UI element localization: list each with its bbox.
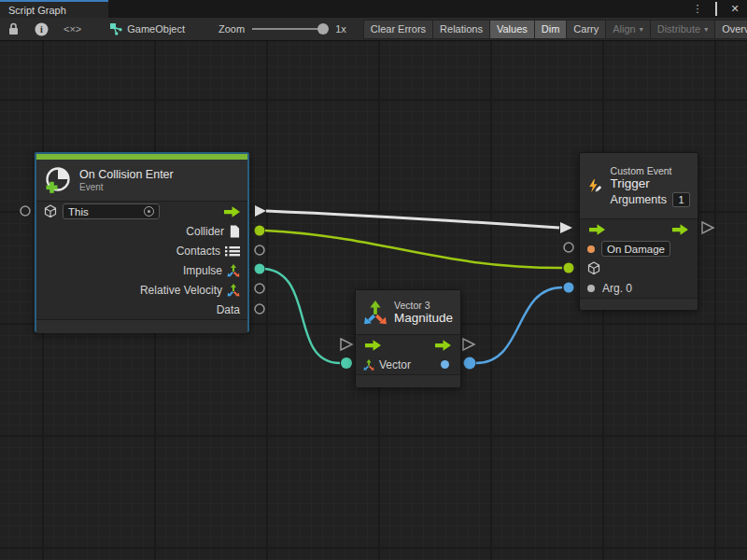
overview-button[interactable]: Overv bbox=[714, 20, 747, 39]
row-event-name: On Damage bbox=[580, 239, 698, 259]
code-icon: <×> bbox=[63, 23, 81, 35]
event-name-field[interactable]: On Damage bbox=[601, 241, 670, 257]
row-arg0: Arg. 0 bbox=[580, 278, 698, 298]
node-type-label: Vector 3 bbox=[394, 300, 453, 311]
wire-magnitude-arg0[interactable] bbox=[476, 287, 562, 363]
row-this: This bbox=[36, 202, 247, 221]
row-vector: Vector bbox=[356, 355, 460, 374]
node-subtitle: Event bbox=[79, 182, 174, 192]
vector3-icon bbox=[363, 301, 388, 325]
row-target bbox=[580, 259, 698, 278]
collider-label: Collider bbox=[186, 225, 224, 238]
arguments-count-value: 1 bbox=[678, 194, 684, 205]
relations-label: Relations bbox=[440, 23, 483, 35]
zoom-label: Zoom bbox=[218, 23, 245, 35]
node-title: On Collision Enter bbox=[79, 168, 174, 181]
maximize-box bbox=[715, 2, 717, 16]
node-footer bbox=[36, 320, 247, 333]
wire-impulse-vector[interactable] bbox=[265, 269, 340, 363]
port-flow-in-trigger[interactable] bbox=[560, 222, 572, 233]
contacts-label: Contacts bbox=[176, 245, 220, 258]
port-target-input[interactable] bbox=[564, 263, 574, 273]
graph-owner[interactable]: GameObject bbox=[109, 22, 185, 35]
tab-script-graph[interactable]: Script Graph bbox=[0, 0, 108, 18]
distribute-button: Distribute▾ bbox=[650, 20, 714, 39]
dim-button[interactable]: Dim bbox=[534, 20, 567, 39]
port-flow-out-collision[interactable] bbox=[255, 205, 266, 217]
code-view-button[interactable]: <×> bbox=[56, 18, 89, 41]
distribute-label: Distribute bbox=[657, 23, 700, 35]
row-contacts: Contacts bbox=[36, 241, 247, 260]
script-graph-icon bbox=[109, 22, 122, 35]
align-button: Align▾ bbox=[605, 20, 649, 39]
float-output-dot[interactable] bbox=[441, 360, 449, 369]
node-on-collision-enter[interactable]: On Collision Enter Event This Collider bbox=[35, 152, 249, 332]
maximize-icon[interactable] bbox=[710, 4, 723, 15]
port-flow-out-trigger[interactable] bbox=[702, 222, 713, 233]
zoom-slider[interactable] bbox=[252, 28, 327, 30]
close-icon[interactable]: ✕ bbox=[728, 3, 741, 15]
port-vector-input[interactable] bbox=[341, 357, 352, 369]
clear-errors-label: Clear Errors bbox=[371, 23, 426, 35]
node-header[interactable]: On Collision Enter Event bbox=[36, 160, 247, 201]
row-data: Data bbox=[36, 300, 247, 319]
node-custom-event-trigger[interactable]: Custom Event Trigger Arguments 1 bbox=[579, 152, 698, 310]
clear-errors-button[interactable]: Clear Errors bbox=[363, 20, 432, 39]
flow-out-arrow-icon bbox=[224, 206, 240, 217]
node-footer bbox=[580, 299, 698, 310]
node-magnitude[interactable]: Vector 3 Magnitude Vector bbox=[355, 289, 461, 387]
carry-label: Carry bbox=[573, 23, 599, 35]
toolbar-buttons: Clear Errors Relations Values Dim Carry … bbox=[363, 18, 747, 41]
port-relative-velocity-output[interactable] bbox=[255, 284, 264, 293]
port-contacts-output[interactable] bbox=[255, 245, 264, 255]
values-button[interactable]: Values bbox=[489, 20, 534, 39]
vector3-icon bbox=[363, 359, 374, 371]
zoom-slider-knob[interactable] bbox=[317, 23, 329, 35]
wire-collider[interactable] bbox=[265, 231, 562, 268]
lock-button[interactable] bbox=[0, 18, 27, 41]
row-relative-velocity: Relative Velocity bbox=[36, 280, 247, 300]
node-footer bbox=[356, 375, 460, 387]
vector3-icon bbox=[227, 284, 240, 297]
wire-flow[interactable] bbox=[266, 211, 559, 228]
flow-out-arrow-icon bbox=[672, 224, 688, 235]
script-graph-window: Script Graph ⋮ ✕ i <×> bbox=[0, 0, 747, 560]
menu-icon[interactable]: ⋮ bbox=[691, 3, 704, 15]
zoom-value: 1x bbox=[335, 23, 346, 35]
arguments-label: Arguments bbox=[611, 193, 667, 206]
graph-toolbar: i <×> GameObject Zoom 1x Clear Errors bbox=[0, 18, 747, 41]
arguments-count-field[interactable]: 1 bbox=[672, 192, 690, 207]
svg-text:i: i bbox=[40, 24, 43, 35]
node-title: Trigger bbox=[611, 176, 690, 190]
port-impulse-output[interactable] bbox=[255, 264, 265, 274]
custom-event-icon bbox=[587, 172, 603, 200]
port-this-input[interactable] bbox=[21, 206, 30, 216]
port-data-output[interactable] bbox=[255, 304, 264, 314]
port-collider-output[interactable] bbox=[255, 226, 265, 236]
chevron-down-icon: ▾ bbox=[704, 25, 708, 34]
this-field[interactable]: This bbox=[63, 203, 160, 219]
lock-icon bbox=[7, 22, 20, 35]
cube-icon bbox=[587, 261, 600, 275]
tab-bar: Script Graph ⋮ ✕ bbox=[0, 0, 747, 18]
node-header[interactable]: Custom Event Trigger Arguments 1 bbox=[580, 153, 698, 218]
port-flow-in-magnitude[interactable] bbox=[341, 339, 352, 350]
info-button[interactable]: i bbox=[27, 18, 56, 41]
target-picker-icon[interactable] bbox=[144, 206, 154, 217]
carry-button[interactable]: Carry bbox=[566, 20, 605, 39]
graph-canvas[interactable]: On Collision Enter Event This Collider bbox=[0, 41, 747, 560]
chevron-down-icon: ▾ bbox=[640, 25, 643, 34]
event-name-value: On Damage bbox=[607, 244, 665, 255]
port-flow-out-magnitude[interactable] bbox=[463, 339, 474, 350]
port-event-name-input[interactable] bbox=[564, 243, 573, 252]
values-label: Values bbox=[497, 23, 528, 35]
node-header[interactable]: Vector 3 Magnitude bbox=[356, 290, 460, 334]
impulse-label: Impulse bbox=[183, 264, 222, 277]
port-arg0-input[interactable] bbox=[564, 283, 574, 293]
node-category-label: Custom Event bbox=[611, 165, 690, 176]
port-magnitude-output[interactable] bbox=[464, 357, 476, 370]
flow-out-arrow-icon bbox=[435, 340, 451, 351]
zoom-control: Zoom 1x bbox=[218, 23, 346, 35]
overview-label: Overv bbox=[722, 23, 747, 35]
relations-button[interactable]: Relations bbox=[432, 20, 489, 39]
